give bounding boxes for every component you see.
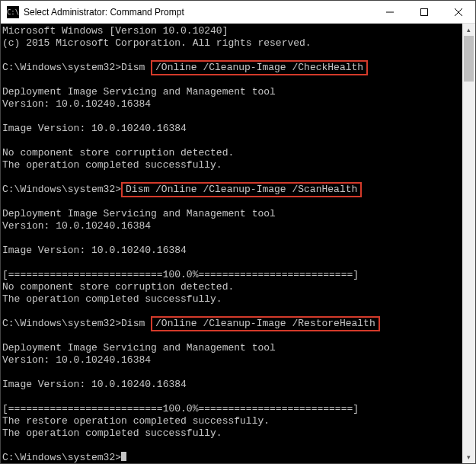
cursor (121, 452, 126, 461)
dism-tool-line: Deployment Image Servicing and Managemen… (2, 86, 462, 98)
maximize-button[interactable] (407, 1, 441, 23)
scroll-up-arrow-icon[interactable]: ▴ (462, 24, 475, 36)
close-icon (455, 8, 462, 16)
progress-line: [==========================100.0%=======… (2, 269, 462, 281)
scrollbar-thumb[interactable] (464, 36, 474, 82)
progress-line: [==========================100.0%=======… (2, 403, 462, 415)
maximize-icon (420, 8, 428, 16)
window-title: Select Administrator: Command Prompt (24, 7, 372, 18)
cmd-icon: C:\ (7, 6, 19, 18)
image-version-line: Image Version: 10.0.10240.16384 (2, 245, 462, 257)
command-line-2: C:\Windows\system32>Dism /Online /Cleanu… (2, 184, 462, 196)
titlebar[interactable]: C:\ Select Administrator: Command Prompt (1, 1, 475, 24)
version-line: Microsoft Windows [Version 10.0.10240] (2, 25, 462, 37)
dism-version-line: Version: 10.0.10240.16384 (2, 98, 462, 110)
highlight-checkhealth: /Online /Cleanup-Image /CheckHealth (151, 60, 368, 75)
no-corruption-line: No component store corruption detected. (2, 281, 462, 293)
content-area: Microsoft Windows [Version 10.0.10240](c… (1, 24, 475, 463)
command-prompt-window: C:\ Select Administrator: Command Prompt… (0, 0, 476, 464)
restore-success-line: The restore operation completed successf… (2, 415, 462, 427)
dism-tool-line: Deployment Image Servicing and Managemen… (2, 208, 462, 220)
success-line: The operation completed successfully. (2, 293, 462, 306)
command-line-1: C:\Windows\system32>Dism /Online /Cleanu… (2, 62, 462, 74)
copyright-line: (c) 2015 Microsoft Corporation. All righ… (2, 37, 462, 50)
prompt-line: C:\Windows\system32> (2, 452, 462, 463)
scroll-down-arrow-icon[interactable]: ▾ (462, 451, 475, 463)
image-version-line: Image Version: 10.0.10240.16384 (2, 123, 462, 135)
image-version-line: Image Version: 10.0.10240.16384 (2, 379, 462, 391)
minimize-icon (386, 8, 394, 16)
success-line: The operation completed successfully. (2, 159, 462, 171)
close-button[interactable] (441, 1, 475, 23)
window-controls (372, 1, 475, 23)
terminal-output[interactable]: Microsoft Windows [Version 10.0.10240](c… (1, 24, 462, 463)
dism-version-line: Version: 10.0.10240.16384 (2, 220, 462, 232)
highlight-scanhealth: Dism /Online /Cleanup-Image /ScanHealth (121, 182, 362, 197)
vertical-scrollbar[interactable]: ▴ ▾ (462, 24, 475, 463)
success-line: The operation completed successfully. (2, 427, 462, 440)
command-line-3: C:\Windows\system32>Dism /Online /Cleanu… (2, 318, 462, 330)
svg-rect-1 (420, 8, 427, 15)
highlight-restorehealth: /Online /Cleanup-Image /RestoreHealth (151, 316, 380, 331)
dism-tool-line: Deployment Image Servicing and Managemen… (2, 342, 462, 354)
minimize-button[interactable] (372, 1, 407, 23)
dism-version-line: Version: 10.0.10240.16384 (2, 354, 462, 366)
no-corruption-line: No component store corruption detected. (2, 147, 462, 159)
